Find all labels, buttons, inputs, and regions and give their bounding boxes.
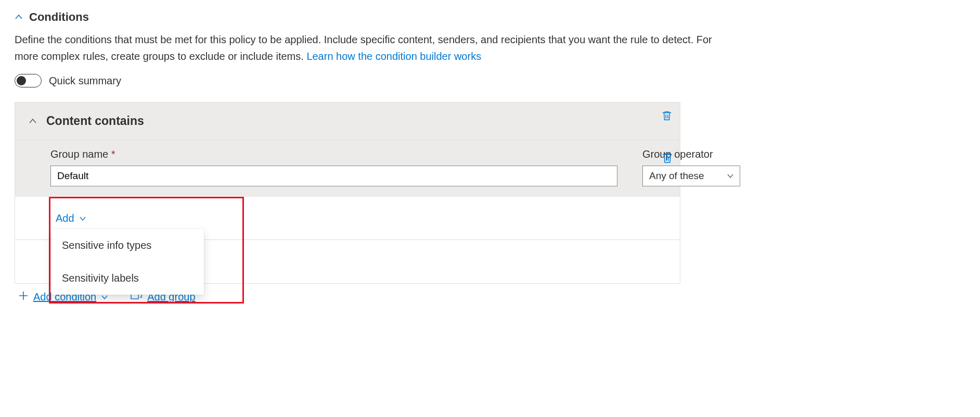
menu-item-sensitive-info-types[interactable]: Sensitive info types: [51, 229, 204, 262]
conditions-section-header: Conditions: [15, 10, 965, 24]
group-name-input[interactable]: [50, 166, 617, 186]
group-operator-select[interactable]: Any of these: [642, 166, 740, 186]
group-name-field: Group name *: [50, 148, 617, 186]
add-dropdown-menu: Sensitive info types Sensitivity labels: [51, 229, 204, 295]
group-operator-field: Group operator Any of these: [642, 148, 740, 186]
toggle-knob: [17, 76, 26, 85]
group-name-label-text: Group name: [50, 148, 108, 160]
panel-title: Content contains: [46, 114, 144, 128]
learn-link[interactable]: Learn how the condition builder works: [306, 50, 481, 62]
add-dropdown-button[interactable]: Add: [56, 212, 86, 224]
delete-group-button[interactable]: [661, 151, 674, 164]
menu-item-sensitivity-labels[interactable]: Sensitivity labels: [51, 262, 204, 295]
group-operator-label: Group operator: [642, 148, 740, 160]
section-description: Define the conditions that must be met f…: [15, 31, 732, 65]
delete-panel-button[interactable]: [661, 110, 674, 122]
quick-summary-row: Quick summary: [15, 74, 965, 87]
panel-header: Content contains: [15, 103, 680, 140]
quick-summary-label: Quick summary: [49, 75, 121, 87]
operator-value: Any of these: [649, 170, 704, 182]
plus-icon: [19, 291, 28, 303]
section-title: Conditions: [29, 10, 89, 24]
content-contains-panel: Content contains Group name * Group oper…: [15, 102, 680, 284]
add-area: Add Sensitive info types Sensitivity lab…: [15, 197, 680, 283]
group-name-label: Group name *: [50, 148, 617, 160]
chevron-up-icon[interactable]: [29, 117, 37, 125]
group-config-row: Group name * Group operator Any of these: [15, 140, 680, 197]
required-asterisk: *: [111, 148, 115, 160]
chevron-up-icon[interactable]: [15, 13, 23, 21]
chevron-down-icon: [80, 212, 86, 224]
chevron-down-icon: [727, 170, 733, 182]
add-label: Add: [56, 212, 74, 224]
quick-summary-toggle[interactable]: [15, 74, 42, 87]
